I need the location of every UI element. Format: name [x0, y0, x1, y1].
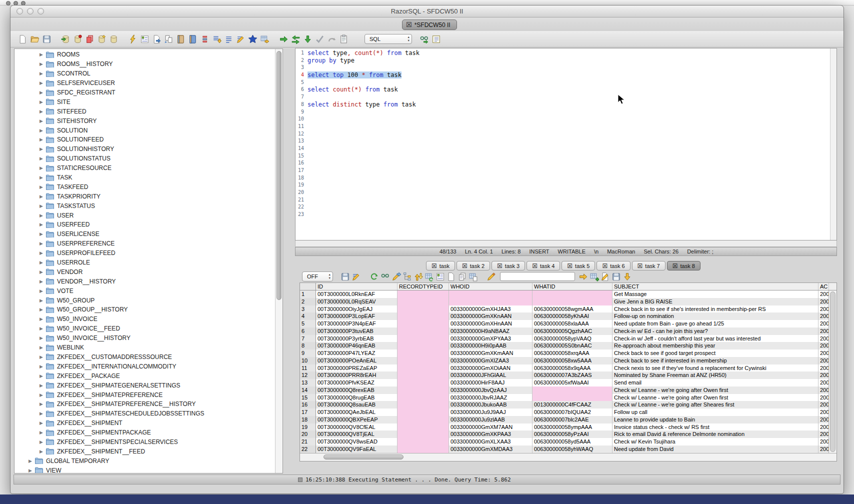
- list-pencil-icon[interactable]: [236, 34, 246, 44]
- row-number-cell[interactable]: 15: [300, 394, 316, 402]
- cell-id[interactable]: 00T3000000P46qnEAB: [316, 342, 398, 350]
- table-row[interactable]: 600T3000000P3tuvEAB0033000000H9aNBAAZ006…: [300, 328, 836, 335]
- editor-hscrollbar[interactable]: [295, 240, 837, 247]
- row-number-cell[interactable]: 13: [300, 379, 316, 386]
- cell-id[interactable]: 00T3000000QV8CfEAL: [316, 424, 398, 431]
- expand-triangle-icon[interactable]: ▶: [28, 468, 33, 473]
- cell-whatid[interactable]: 00630000007bIQUAA2: [532, 408, 612, 416]
- row-number-cell[interactable]: 19: [300, 424, 316, 431]
- cell-whoid[interactable]: 0033000000H9i0pAAB: [449, 342, 532, 350]
- expand-triangle-icon[interactable]: ▶: [38, 420, 44, 426]
- cell-whatid[interactable]: 006300000058wgmAAA: [532, 306, 612, 313]
- cell-recordtypeid[interactable]: [398, 306, 449, 313]
- tree-item-site[interactable]: ▶SITE: [14, 97, 274, 106]
- tree-item-weblink[interactable]: ▶WEBLINK: [14, 343, 274, 352]
- cell-id[interactable]: 00T3000000QBXPeEAP: [316, 416, 398, 424]
- cell-whoid[interactable]: 0033000000HirF8AAJ: [449, 379, 532, 386]
- expand-triangle-icon[interactable]: ▶: [38, 137, 44, 142]
- cell-recordtypeid[interactable]: [398, 438, 449, 446]
- new-file-icon[interactable]: [18, 34, 28, 44]
- tree-item-zkfedex-shipmatescheduledjobssettings[interactable]: ▶ZKFEDEX__SHIPMATESCHEDULEDJOBSSETTINGS: [14, 409, 274, 418]
- row-number-cell[interactable]: 20: [300, 430, 316, 438]
- cell-id[interactable]: 00T3000000Q8sauEAB: [316, 401, 398, 408]
- cell-whatid[interactable]: 00630000007blc2AAE: [532, 416, 612, 424]
- expand-triangle-icon[interactable]: ▶: [38, 354, 44, 360]
- close-tab-icon[interactable]: ☒: [462, 263, 468, 269]
- db-disconnect-icon[interactable]: [72, 34, 83, 44]
- expand-triangle-icon[interactable]: ▶: [38, 364, 44, 369]
- editor-line-4[interactable]: select top 100 * from task: [308, 72, 830, 79]
- cell-recordtypeid[interactable]: [398, 298, 449, 306]
- expand-triangle-icon[interactable]: ▶: [38, 383, 44, 388]
- pages-refresh-icon[interactable]: [164, 34, 174, 44]
- column-header-RECORDTYPEID[interactable]: RECORDTYPEID: [398, 283, 449, 290]
- tree-item-view[interactable]: ▶VIEW: [14, 466, 274, 474]
- editor-line-3[interactable]: [308, 64, 830, 72]
- table-row[interactable]: 800T3000000P46qnEAB0033000000H9i0pAAB006…: [300, 342, 836, 350]
- checklist-icon[interactable]: [140, 34, 150, 44]
- cell-whatid[interactable]: 00630000007A3bZAAS: [532, 372, 612, 379]
- table-row[interactable]: 1500T3000000Q8rugEAB0033000000JbvRJAAZCh…: [300, 394, 836, 402]
- page-icon[interactable]: [446, 272, 456, 282]
- table-row[interactable]: 2200T3000000QV9FaEAL0033000000GmXMDAA300…: [300, 446, 836, 453]
- cell-whoid[interactable]: [449, 298, 532, 306]
- expand-triangle-icon[interactable]: ▶: [38, 71, 44, 76]
- cell-id[interactable]: 00T3000000Q8rexEAB: [316, 386, 398, 394]
- tree-item-taskstatus[interactable]: ▶TASKSTATUS: [14, 201, 274, 210]
- pencil-arrow-icon[interactable]: [391, 272, 401, 282]
- glasses-icon[interactable]: [380, 272, 390, 282]
- cell-whatid[interactable]: 006300000058yKhAAI: [532, 312, 612, 320]
- sql-editor[interactable]: 1234567891011121314151617181920212223 se…: [295, 48, 837, 240]
- close-tab-icon[interactable]: ☒: [432, 263, 437, 269]
- list-arrow-down-icon[interactable]: [212, 34, 222, 44]
- cell-whoid[interactable]: 0033000000Ju9zlAAB: [449, 416, 532, 424]
- expand-triangle-icon[interactable]: ▶: [38, 392, 44, 398]
- cell-whatid[interactable]: 006300000058xrqAAA: [532, 350, 612, 357]
- cell-whatid[interactable]: [532, 386, 612, 394]
- cell-subject[interactable]: Get Massage: [612, 290, 818, 298]
- expand-triangle-icon[interactable]: ▶: [38, 241, 44, 246]
- column-header-WHOID[interactable]: WHOID: [449, 283, 532, 290]
- table-vscrollbar[interactable]: [828, 290, 836, 453]
- cell-id[interactable]: 00T3000000L0RknEAF: [316, 290, 398, 298]
- tree-item-taskfeed[interactable]: ▶TASKFEED: [14, 182, 274, 192]
- cell-id[interactable]: 00T3000000PRR8rEAH: [316, 372, 398, 379]
- cell-recordtypeid[interactable]: [398, 372, 449, 379]
- row-number-cell[interactable]: 5: [300, 320, 316, 328]
- tree-item-solutionstatus[interactable]: ▶SOLUTIONSTATUS: [14, 154, 274, 164]
- cell-whatid[interactable]: [532, 290, 612, 298]
- row-number-cell[interactable]: 18: [300, 416, 316, 424]
- table-hscrollbar-thumb[interactable]: [324, 454, 404, 460]
- editor-line-2[interactable]: group by type: [308, 57, 830, 64]
- cell-subject[interactable]: Need update from David: [612, 446, 818, 453]
- tree-item-w50-group-history[interactable]: ▶W50_GROUP__HISTORY: [14, 305, 274, 314]
- cell-ac[interactable]: 200: [818, 401, 829, 408]
- book-blue-icon[interactable]: [188, 34, 198, 44]
- expand-triangle-icon[interactable]: ▶: [38, 232, 44, 236]
- cell-whoid[interactable]: 0033000000H9aNBAAZ: [449, 328, 532, 335]
- table-row[interactable]: 1000T3000000POeAnEAL0033000000GmXIZAA300…: [300, 357, 836, 364]
- row-number-cell[interactable]: 14: [300, 386, 316, 394]
- cell-whatid[interactable]: 006300000058xw5AAA: [532, 357, 612, 364]
- row-number-cell[interactable]: 12: [300, 372, 316, 379]
- db-add-icon[interactable]: [96, 34, 107, 44]
- cell-subject[interactable]: Follow-up on nomination: [612, 312, 818, 320]
- cell-whoid[interactable]: 0033000000GmXKmAAN: [449, 350, 532, 357]
- cell-ac[interactable]: 200: [818, 430, 829, 438]
- checklist-icon[interactable]: [435, 272, 445, 282]
- close-tab-icon[interactable]: ☒: [497, 263, 502, 269]
- cell-id[interactable]: 00T3000000Q8rugEAB: [316, 394, 398, 402]
- check-icon[interactable]: [314, 34, 325, 44]
- page-arrow-icon[interactable]: [152, 34, 162, 44]
- expand-triangle-icon[interactable]: ▶: [38, 288, 44, 294]
- table-refresh-icon[interactable]: [424, 272, 434, 282]
- arrow-down-yellow-icon[interactable]: [622, 272, 632, 282]
- undo-icon[interactable]: [326, 34, 337, 44]
- expand-triangle-icon[interactable]: ▶: [38, 307, 44, 312]
- cell-subject[interactable]: Nominated by Shane Freeman at ANZ (HR50): [612, 372, 818, 379]
- cell-whatid[interactable]: 006300000058x9qAAA: [532, 364, 612, 372]
- cell-whoid[interactable]: 0033000000GmXLXAA3: [449, 438, 532, 446]
- cell-ac[interactable]: 200: [818, 364, 829, 372]
- table-copy-icon[interactable]: [468, 272, 478, 282]
- cell-ac[interactable]: 200: [818, 386, 829, 394]
